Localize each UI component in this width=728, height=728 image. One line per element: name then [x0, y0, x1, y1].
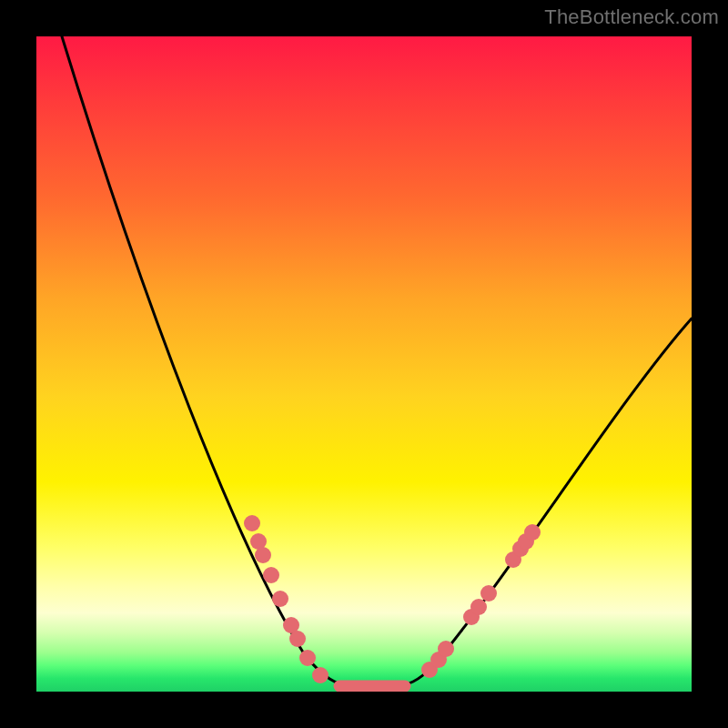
data-marker [263, 567, 279, 583]
markers-right [421, 524, 541, 678]
data-marker [470, 599, 487, 615]
data-marker [244, 515, 260, 531]
bottleneck-curve [62, 36, 692, 686]
data-marker [299, 650, 316, 666]
data-marker [312, 667, 329, 683]
curve-svg [36, 36, 692, 692]
data-marker [289, 631, 306, 647]
chart-frame: TheBottleneck.com [0, 0, 728, 728]
plot-area [36, 36, 692, 692]
data-marker [524, 524, 541, 541]
data-marker [438, 641, 454, 657]
watermark-text: TheBottleneck.com [544, 5, 719, 29]
data-marker [480, 585, 497, 602]
markers-left [244, 515, 329, 683]
data-marker [272, 591, 288, 607]
data-marker [255, 547, 271, 563]
